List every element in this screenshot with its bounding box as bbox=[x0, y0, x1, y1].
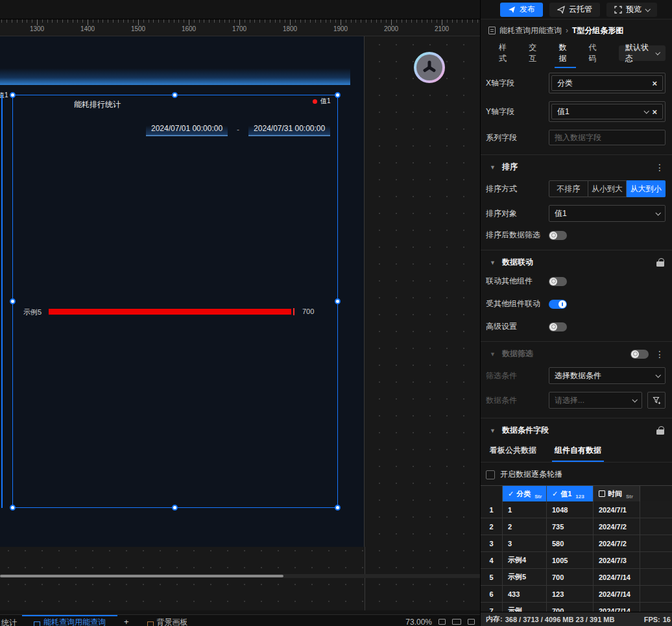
link-other-components-toggle[interactable] bbox=[549, 277, 567, 286]
tab-board-public-data[interactable]: 看板公共数据 bbox=[490, 445, 536, 462]
table-row[interactable]: 5示例57002024/7/14 bbox=[481, 569, 672, 586]
kebab-menu-icon[interactable]: ⋮ bbox=[655, 349, 664, 359]
publish-button[interactable]: 发布 bbox=[500, 3, 543, 17]
series-field-row: 系列字段 拖入数据字段 bbox=[481, 130, 672, 145]
page-tab-background-board[interactable]: 背景画板 bbox=[136, 615, 200, 626]
check-icon: ✓ bbox=[552, 490, 558, 498]
advanced-settings-toggle[interactable] bbox=[549, 322, 567, 331]
ruler-tick bbox=[341, 19, 341, 25]
sort-section-header[interactable]: ▼ 排序 ⋮ bbox=[481, 155, 672, 173]
table-cell bbox=[640, 501, 672, 518]
ruler-tick bbox=[326, 19, 326, 23]
component-selection-box[interactable] bbox=[12, 95, 338, 508]
filter-condition-label: 筛选条件 bbox=[486, 370, 549, 381]
x-axis-drop-zone[interactable]: 分类 × bbox=[549, 73, 666, 93]
preview-button[interactable]: 预览 bbox=[606, 3, 657, 17]
page-icon bbox=[34, 621, 40, 626]
table-cell: 2 bbox=[503, 518, 547, 535]
state-selector[interactable]: 默认状态 bbox=[619, 45, 666, 61]
x-axis-field-label: X轴字段 bbox=[486, 78, 549, 89]
fit-screen-icon[interactable] bbox=[438, 619, 446, 625]
resize-handle-mid-left[interactable] bbox=[10, 298, 16, 304]
breadcrumb-root[interactable]: 能耗查询用能查询 bbox=[499, 25, 562, 36]
zoom-level[interactable]: 73.00% bbox=[405, 618, 432, 626]
ruler-tick bbox=[290, 19, 291, 25]
table-row[interactable]: 335802024/7/2 bbox=[481, 535, 672, 552]
ruler-tick bbox=[1, 19, 2, 23]
tab-interaction[interactable]: 交互 bbox=[529, 37, 542, 69]
resize-handle-top-mid[interactable] bbox=[172, 92, 178, 98]
resize-handle-top-left[interactable] bbox=[10, 92, 16, 98]
lock-icon[interactable] bbox=[656, 258, 664, 267]
data-condition-select[interactable]: 请选择... bbox=[549, 392, 642, 409]
sort-desc-button[interactable]: 从大到小 bbox=[627, 180, 666, 197]
row-number-cell: 4 bbox=[481, 552, 503, 568]
clear-icon[interactable]: × bbox=[652, 107, 657, 117]
post-sort-filter-toggle[interactable] bbox=[549, 231, 567, 240]
resize-handle-bottom-mid[interactable] bbox=[172, 505, 178, 511]
condition-fields-section-header[interactable]: ▼ 数据条件字段 bbox=[481, 418, 672, 436]
y-axis-drop-zone[interactable]: 值1 × bbox=[549, 101, 666, 122]
series-drop-zone[interactable]: 拖入数据字段 bbox=[549, 130, 666, 145]
keyboard-shortcuts-icon[interactable] bbox=[452, 619, 461, 625]
ruler-tick bbox=[219, 19, 220, 23]
collapse-triangle-icon[interactable]: ▼ bbox=[490, 164, 496, 171]
ruler-tick bbox=[285, 19, 285, 23]
carousel-checkbox-row: 开启数据逐条轮播 bbox=[481, 463, 672, 485]
tab-component-own-data[interactable]: 组件自有数据 bbox=[555, 445, 601, 462]
tab-code[interactable]: 代码 bbox=[589, 37, 602, 69]
linkage-row-1: 联动其他组件 bbox=[481, 276, 672, 287]
top-action-bar: 发布 云托管 预览 bbox=[481, 0, 672, 19]
data-source-tabs: 看板公共数据 组件自有数据 bbox=[481, 436, 672, 463]
linkage-row-2: 受其他组件联动 bbox=[481, 298, 672, 309]
page-tab-current[interactable]: 能耗查询用能查询 bbox=[22, 615, 117, 626]
clear-icon[interactable]: × bbox=[652, 78, 657, 88]
carousel-checkbox[interactable] bbox=[486, 470, 495, 479]
ruler-label: 1800 bbox=[277, 25, 303, 32]
table-cell: 433 bbox=[503, 586, 547, 602]
data-table: ✓ 分类 Str ✓ 值1 123 时间 Str 1110482024/7/12… bbox=[481, 485, 672, 623]
layer-name-fragment: 统计 bbox=[0, 615, 22, 626]
resize-handle-bottom-left[interactable] bbox=[10, 505, 16, 511]
dashboard-surface[interactable]: 值1 能耗排行统计 值1 2024/07/01 00:00:00 - 2024/… bbox=[0, 36, 365, 547]
collapse-triangle-icon[interactable]: ▼ bbox=[490, 351, 496, 357]
resize-handle-mid-right[interactable] bbox=[335, 298, 341, 304]
tab-style[interactable]: 样式 bbox=[499, 37, 512, 69]
filter-section-header[interactable]: ▼ 数据筛选 ⋮ bbox=[481, 342, 672, 359]
resize-handle-top-right[interactable] bbox=[335, 92, 341, 98]
ruler-tick bbox=[6, 19, 7, 23]
x-axis-field-value: 分类 bbox=[557, 78, 648, 89]
ruler-tick bbox=[270, 19, 270, 23]
sort-none-button[interactable]: 不排序 bbox=[549, 180, 588, 197]
chevron-down-icon bbox=[655, 210, 660, 215]
add-filter-button[interactable] bbox=[647, 392, 666, 409]
table-row[interactable]: 4示例410052024/7/3 bbox=[481, 552, 672, 569]
filter-condition-select[interactable]: 选择数据条件 bbox=[549, 367, 666, 384]
ruler-tick bbox=[158, 19, 159, 23]
table-row[interactable]: 64331232024/7/14 bbox=[481, 586, 672, 603]
linked-by-others-toggle[interactable] bbox=[549, 300, 567, 309]
cloud-hosting-button[interactable]: 云托管 bbox=[549, 3, 600, 17]
sort-target-select[interactable]: 值1 bbox=[549, 205, 666, 222]
fullscreen-icon[interactable] bbox=[468, 619, 475, 625]
column-header-value1[interactable]: ✓ 值1 123 bbox=[547, 486, 594, 501]
resize-handle-bottom-right[interactable] bbox=[335, 505, 341, 511]
add-page-button[interactable]: + bbox=[117, 615, 136, 626]
column-header-time[interactable]: 时间 Str bbox=[594, 486, 640, 501]
lock-icon[interactable] bbox=[656, 426, 664, 435]
ruler-tick bbox=[250, 19, 250, 23]
column-header-category[interactable]: ✓ 分类 Str bbox=[503, 486, 547, 501]
sort-target-label: 排序对象 bbox=[486, 208, 549, 219]
collapse-triangle-icon[interactable]: ▼ bbox=[490, 427, 496, 434]
filter-enable-toggle[interactable] bbox=[630, 350, 649, 359]
table-row[interactable]: 1110482024/7/1 bbox=[481, 501, 672, 518]
sort-asc-button[interactable]: 从小到大 bbox=[588, 180, 627, 197]
table-row[interactable]: 227352024/7/2 bbox=[481, 518, 672, 535]
scrollbar-thumb[interactable] bbox=[0, 575, 283, 577]
kebab-menu-icon[interactable]: ⋮ bbox=[655, 162, 664, 173]
canvas-horizontal-scrollbar[interactable] bbox=[0, 574, 480, 578]
tab-data[interactable]: 数据 bbox=[558, 37, 571, 69]
linkage-section-header[interactable]: ▼ 数据联动 bbox=[481, 250, 672, 268]
canvas-viewport[interactable]: 值1 能耗排行统计 值1 2024/07/01 00:00:00 - 2024/… bbox=[0, 36, 480, 610]
collapse-triangle-icon[interactable]: ▼ bbox=[490, 259, 496, 266]
